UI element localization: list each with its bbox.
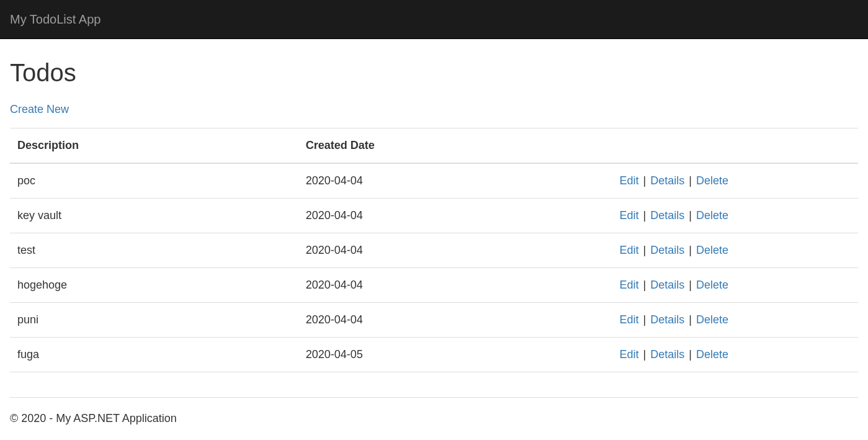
- cell-created-date: 2020-04-04: [298, 163, 612, 199]
- page-title: Todos: [10, 54, 858, 91]
- action-separator: |: [684, 174, 696, 187]
- cell-created-date: 2020-04-05: [298, 338, 612, 372]
- navbar: My TodoList App: [0, 0, 868, 39]
- cell-actions: Edit | Details | Delete: [612, 199, 858, 233]
- cell-created-date: 2020-04-04: [298, 268, 612, 303]
- delete-link[interactable]: Delete: [696, 244, 728, 256]
- action-separator: |: [639, 174, 651, 187]
- delete-link[interactable]: Delete: [696, 313, 728, 326]
- action-separator: |: [639, 209, 651, 222]
- cell-actions: Edit | Details | Delete: [612, 338, 858, 372]
- cell-actions: Edit | Details | Delete: [612, 303, 858, 338]
- cell-description: puni: [10, 303, 298, 338]
- column-header-created-date: Created Date: [298, 128, 612, 164]
- edit-link[interactable]: Edit: [620, 209, 639, 222]
- column-header-description: Description: [10, 128, 298, 164]
- action-separator: |: [684, 279, 696, 291]
- edit-link[interactable]: Edit: [620, 279, 639, 291]
- cell-description: fuga: [10, 338, 298, 372]
- delete-link[interactable]: Delete: [696, 174, 728, 187]
- action-separator: |: [684, 209, 696, 222]
- table-row: hogehoge2020-04-04Edit | Details | Delet…: [10, 268, 858, 303]
- footer-text: © 2020 - My ASP.NET Application: [10, 410, 858, 439]
- table-row: poc2020-04-04Edit | Details | Delete: [10, 163, 858, 199]
- action-separator: |: [639, 279, 651, 291]
- table-header-row: Description Created Date: [10, 128, 858, 164]
- action-separator: |: [639, 313, 651, 326]
- cell-description: hogehoge: [10, 268, 298, 303]
- create-new-link[interactable]: Create New: [10, 101, 69, 118]
- delete-link[interactable]: Delete: [696, 209, 728, 222]
- column-header-actions: [612, 128, 858, 164]
- todos-table: Description Created Date poc2020-04-04Ed…: [10, 128, 858, 372]
- details-link[interactable]: Details: [650, 209, 684, 222]
- cell-actions: Edit | Details | Delete: [612, 268, 858, 303]
- action-separator: |: [684, 313, 696, 326]
- details-link[interactable]: Details: [650, 244, 684, 256]
- edit-link[interactable]: Edit: [620, 174, 639, 187]
- delete-link[interactable]: Delete: [696, 279, 728, 291]
- table-row: key vault2020-04-04Edit | Details | Dele…: [10, 199, 858, 233]
- cell-actions: Edit | Details | Delete: [612, 233, 858, 268]
- edit-link[interactable]: Edit: [620, 244, 639, 256]
- cell-actions: Edit | Details | Delete: [612, 163, 858, 199]
- navbar-brand-link[interactable]: My TodoList App: [10, 12, 101, 26]
- cell-created-date: 2020-04-04: [298, 303, 612, 338]
- edit-link[interactable]: Edit: [620, 313, 639, 326]
- table-row: test2020-04-04Edit | Details | Delete: [10, 233, 858, 268]
- cell-description: poc: [10, 163, 298, 199]
- action-separator: |: [684, 348, 696, 361]
- action-separator: |: [639, 348, 651, 361]
- footer-divider: [10, 397, 858, 398]
- details-link[interactable]: Details: [650, 279, 684, 291]
- details-link[interactable]: Details: [650, 348, 684, 361]
- delete-link[interactable]: Delete: [696, 348, 728, 361]
- details-link[interactable]: Details: [650, 174, 684, 187]
- cell-created-date: 2020-04-04: [298, 233, 612, 268]
- cell-created-date: 2020-04-04: [298, 199, 612, 233]
- cell-description: test: [10, 233, 298, 268]
- main-container: Todos Create New Description Created Dat…: [0, 54, 868, 439]
- cell-description: key vault: [10, 199, 298, 233]
- table-row: fuga2020-04-05Edit | Details | Delete: [10, 338, 858, 372]
- action-separator: |: [639, 244, 651, 256]
- details-link[interactable]: Details: [650, 313, 684, 326]
- table-row: puni2020-04-04Edit | Details | Delete: [10, 303, 858, 338]
- action-separator: |: [684, 244, 696, 256]
- edit-link[interactable]: Edit: [620, 348, 639, 361]
